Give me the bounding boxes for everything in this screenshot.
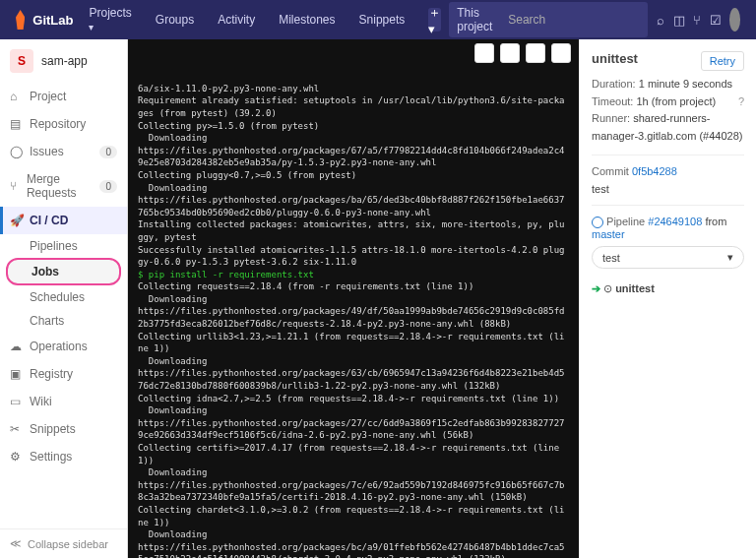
search-icon[interactable]: ⌕ bbox=[656, 10, 664, 30]
user-avatar[interactable] bbox=[729, 8, 740, 31]
nav-projects[interactable]: Projects bbox=[81, 6, 139, 33]
collapse-sidebar[interactable]: ≪Collapse sidebar bbox=[0, 528, 127, 558]
scroll-top-button[interactable] bbox=[474, 43, 494, 63]
project-avatar: S bbox=[10, 49, 33, 73]
snippet-icon: ✂ bbox=[10, 422, 24, 436]
sidebar-sub-charts[interactable]: Charts bbox=[0, 309, 127, 333]
sidebar-item-merge-requests[interactable]: ⑂Merge Requests0 bbox=[0, 165, 127, 207]
job-detail-panel: Retry unittest Duration: 1 minute 9 seco… bbox=[579, 39, 756, 558]
timeout-value: 1h (from project) bbox=[636, 95, 716, 107]
sidebar-item-project[interactable]: ⌂Project bbox=[0, 83, 127, 110]
registry-icon: ▣ bbox=[10, 367, 24, 381]
stage-dropdown[interactable]: test▾ bbox=[592, 246, 744, 269]
todos-icon[interactable]: ☑ bbox=[710, 10, 722, 30]
result-job-name: unittest bbox=[615, 282, 655, 294]
chevron-left-icon: ≪ bbox=[10, 537, 22, 550]
sidebar-sub-schedules[interactable]: Schedules bbox=[0, 285, 127, 309]
sidebar-item-cicd[interactable]: 🚀CI / CD bbox=[0, 207, 127, 234]
sidebar-sub-jobs[interactable]: Jobs bbox=[6, 258, 121, 285]
search-input[interactable] bbox=[500, 2, 648, 37]
commit-link[interactable]: 0f5b4288 bbox=[632, 165, 677, 177]
sidebar-item-registry[interactable]: ▣Registry bbox=[0, 360, 127, 388]
nav-groups[interactable]: Groups bbox=[148, 13, 202, 27]
new-button[interactable]: ＋▾ bbox=[428, 8, 441, 31]
erase-button[interactable] bbox=[526, 43, 545, 63]
pipeline-status-icon bbox=[592, 217, 603, 228]
raw-button[interactable] bbox=[551, 43, 571, 63]
top-nav: GitLab Projects Groups Activity Mileston… bbox=[0, 0, 756, 39]
search-scope[interactable]: This project bbox=[449, 2, 500, 37]
gear-icon: ⚙ bbox=[10, 450, 24, 464]
issues-icon: ◯ bbox=[10, 145, 24, 158]
home-icon: ⌂ bbox=[10, 90, 24, 103]
repo-icon: ▤ bbox=[10, 117, 24, 131]
scroll-bottom-button[interactable] bbox=[500, 43, 520, 63]
project-context[interactable]: S sam-app bbox=[0, 39, 127, 83]
sidebar-item-operations[interactable]: ☁Operations bbox=[0, 333, 127, 360]
merge-requests-icon[interactable]: ⑂ bbox=[693, 10, 702, 30]
nav-activity[interactable]: Activity bbox=[210, 13, 263, 27]
rocket-icon: 🚀 bbox=[10, 214, 24, 227]
sidebar-item-issues[interactable]: ◯Issues0 bbox=[0, 138, 127, 165]
mr-icon: ⑂ bbox=[10, 179, 21, 193]
branch-link[interactable]: master bbox=[592, 228, 625, 240]
sidebar-item-repository[interactable]: ▤Repository bbox=[0, 110, 127, 138]
pass-icon: ➔ bbox=[592, 282, 600, 294]
brand: GitLab bbox=[32, 13, 73, 28]
retry-button[interactable]: Retry bbox=[701, 51, 744, 71]
sidebar: S sam-app ⌂Project ▤Repository ◯Issues0 … bbox=[0, 39, 128, 558]
nav-milestones[interactable]: Milestones bbox=[271, 13, 343, 27]
sidebar-item-wiki[interactable]: ▭Wiki bbox=[0, 388, 127, 415]
pipeline-link[interactable]: #24649108 bbox=[648, 216, 702, 227]
chevron-down-icon: ▾ bbox=[727, 251, 733, 264]
sidebar-sub-pipelines[interactable]: Pipelines bbox=[0, 234, 127, 258]
nav-snippets[interactable]: Snippets bbox=[351, 13, 413, 27]
sidebar-item-snippets[interactable]: ✂Snippets bbox=[0, 415, 127, 443]
help-icon[interactable]: ? bbox=[738, 93, 744, 111]
gitlab-logo-icon bbox=[16, 10, 25, 30]
stage-name: test bbox=[592, 183, 744, 195]
issues-icon[interactable]: ◫ bbox=[673, 10, 685, 30]
duration-value: 1 minute 9 seconds bbox=[639, 78, 732, 90]
ops-icon: ☁ bbox=[10, 340, 24, 353]
job-log[interactable]: 6a/six-1.11.0-py2.py3-none-any.whlRequir… bbox=[128, 39, 579, 558]
sidebar-item-settings[interactable]: ⚙Settings bbox=[0, 443, 127, 470]
project-name: sam-app bbox=[41, 54, 88, 68]
book-icon: ▭ bbox=[10, 395, 24, 408]
